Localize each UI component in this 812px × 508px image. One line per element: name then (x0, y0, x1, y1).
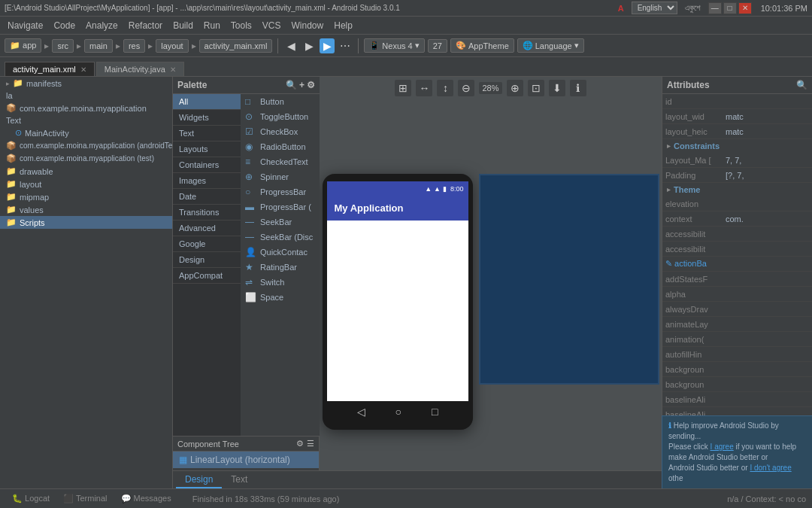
toolbar-main[interactable]: main (84, 39, 113, 53)
toolbar-project[interactable]: 📁 app (5, 38, 41, 53)
canvas-zoom-out[interactable]: ⊖ (458, 80, 474, 96)
tree-item-text[interactable]: Text (0, 114, 172, 126)
tree-item-com-androidtest[interactable]: 📦 com.example.moina.myapplication (andro… (0, 139, 172, 152)
attributes-search-icon[interactable]: 🔍 (796, 80, 807, 90)
tree-item-com-test[interactable]: 📦 com.example.moina.myapplication (test) (0, 152, 172, 165)
tree-item-mainactivity[interactable]: ⊙ MainActivity (0, 126, 172, 139)
canvas-vertical-icon[interactable]: ↕ (437, 80, 453, 96)
maximize-button[interactable]: □ (723, 2, 737, 14)
palette-item-spinner[interactable]: ⊕ Spinner (241, 169, 320, 184)
tree-item-com-example[interactable]: 📦 com.example.moina.myapplication (0, 102, 172, 114)
toolbar-icon-1[interactable]: ◀ (283, 38, 298, 53)
palette-item-button[interactable]: □ Button (241, 94, 320, 109)
palette-item-space[interactable]: ⬜ Space (241, 290, 320, 305)
play-button[interactable]: ▶ (320, 38, 335, 53)
cat-date[interactable]: Date (173, 189, 241, 205)
cat-design[interactable]: Design (173, 252, 241, 268)
tree-item-scripts[interactable]: 📁 Scripts (0, 216, 172, 229)
menu-run[interactable]: Run (199, 19, 225, 32)
close-tab-1[interactable]: ✕ (80, 65, 86, 74)
nav-recent[interactable]: □ (432, 406, 438, 418)
disagree-link[interactable]: I don't agree (750, 464, 791, 472)
search-icon[interactable]: 🔍 (286, 80, 297, 90)
canvas-info[interactable]: ℹ (570, 80, 586, 96)
tab-activity-main[interactable]: activity_main.xml ✕ (5, 62, 95, 76)
menu-vcs[interactable]: VCS (258, 19, 286, 32)
palette-item-progressbar-h[interactable]: ▬ ProgressBar ( (241, 199, 320, 214)
tree-item-la[interactable]: la (0, 90, 172, 102)
cat-appcompat[interactable]: AppCompat (173, 268, 241, 284)
cat-widgets[interactable]: Widgets (173, 110, 241, 126)
attr-theme-section[interactable]: ▸ Theme (662, 183, 812, 196)
tree-item-layout[interactable]: 📁 layout (0, 178, 172, 190)
menu-code[interactable]: Code (49, 19, 80, 32)
menu-refactor[interactable]: Refactor (124, 19, 167, 32)
attr-constraints-section[interactable]: ▸ Constraints (662, 139, 812, 153)
canvas-layout-icon[interactable]: ⊞ (395, 80, 411, 96)
tree-item-values[interactable]: 📁 values (0, 203, 172, 216)
tree-item-manifests[interactable]: ▸ 📁 manifests (0, 77, 172, 90)
component-tree-gear[interactable]: ⚙ (296, 439, 304, 449)
cat-layouts[interactable]: Layouts (173, 141, 241, 157)
api-selector[interactable]: 27 (428, 39, 447, 53)
nav-home[interactable]: ○ (395, 406, 401, 418)
tab-text[interactable]: Text (222, 472, 256, 488)
menu-help[interactable]: Help (329, 19, 357, 32)
logcat-tab[interactable]: 🐛 Logcat (6, 491, 56, 506)
palette-item-switch[interactable]: ⇌ Switch (241, 275, 320, 290)
palette-item-quickcontact[interactable]: 👤 QuickContac (241, 245, 320, 260)
palette-item-progressbar[interactable]: ○ ProgressBar (241, 184, 320, 199)
design-text-tabs: Design Text (173, 470, 662, 488)
tree-item-mipmap[interactable]: 📁 mipmap (0, 190, 172, 203)
toolbar-src[interactable]: src (52, 39, 74, 53)
cat-google[interactable]: Google (173, 236, 241, 252)
palette-plus-icon[interactable]: + (299, 80, 304, 90)
cat-images[interactable]: Images (173, 173, 241, 189)
canvas-zoom-fit[interactable]: ⊡ (528, 80, 544, 96)
apptheme-selector[interactable]: 🎨 AppTheme (450, 38, 514, 53)
palette-item-radiobutton[interactable]: ◉ RadioButton (241, 139, 320, 154)
comp-tree-linearlayout[interactable]: ▦ LinearLayout (horizontal) (173, 452, 319, 468)
palette-item-checkbox[interactable]: ☑ CheckBox (241, 124, 320, 139)
cat-advanced[interactable]: Advanced (173, 221, 241, 236)
tab-design[interactable]: Design (176, 472, 222, 488)
device-selector[interactable]: 📱 Nexus 4 ▾ (364, 38, 424, 53)
title-bar: [E:\Android Studio\AllProject\MyApplicat… (0, 0, 812, 17)
palette-item-ratingbar[interactable]: ★ RatingBar (241, 260, 320, 275)
menu-build[interactable]: Build (168, 19, 198, 32)
messages-tab[interactable]: 💬 Messages (115, 491, 177, 506)
palette-settings-icon[interactable]: ⚙ (307, 80, 315, 90)
cat-transitions[interactable]: Transitions (173, 205, 241, 221)
nav-back[interactable]: ◁ (357, 406, 365, 418)
close-button[interactable]: ✕ (738, 2, 752, 14)
agree-link[interactable]: I agree (710, 443, 734, 451)
toolbar-more[interactable]: ⋯ (338, 38, 353, 53)
canvas-pan-icon[interactable]: ↔ (416, 80, 432, 96)
minimize-button[interactable]: — (708, 2, 722, 14)
terminal-tab[interactable]: ⬛ Terminal (57, 491, 113, 506)
toolbar-layout[interactable]: layout (156, 39, 188, 53)
menu-tools[interactable]: Tools (226, 19, 256, 32)
palette-item-seekbar-disc[interactable]: — SeekBar (Disc (241, 230, 320, 245)
tab-main-activity[interactable]: MainActivity.java ✕ (96, 62, 184, 76)
language-selector[interactable]: English (632, 2, 677, 14)
palette-item-togglebutton[interactable]: ⊙ ToggleButton (241, 109, 320, 124)
menu-analyze[interactable]: Analyze (81, 19, 123, 32)
canvas-zoom-in[interactable]: ⊕ (507, 80, 523, 96)
toolbar-file[interactable]: activity_main.xml (199, 39, 273, 53)
toolbar-res[interactable]: res (123, 39, 145, 53)
cat-containers[interactable]: Containers (173, 157, 241, 173)
clock: 10:01:36 PM (761, 4, 807, 13)
canvas-download[interactable]: ⬇ (549, 80, 565, 96)
menu-window[interactable]: Window (287, 19, 329, 32)
close-tab-2[interactable]: ✕ (170, 65, 176, 74)
menu-navigate[interactable]: Navigate (3, 19, 47, 32)
component-tree-menu[interactable]: ☰ (307, 439, 314, 449)
cat-all[interactable]: All (173, 94, 241, 110)
toolbar-icon-2[interactable]: ▶ (301, 38, 317, 53)
cat-text[interactable]: Text (173, 126, 241, 141)
language-layout-selector[interactable]: 🌐 Language ▾ (517, 38, 584, 53)
palette-item-seekbar[interactable]: — SeekBar (241, 214, 320, 230)
palette-item-checkedtext[interactable]: ≡ CheckedText (241, 154, 320, 169)
tree-item-drawable[interactable]: 📁 drawable (0, 165, 172, 178)
